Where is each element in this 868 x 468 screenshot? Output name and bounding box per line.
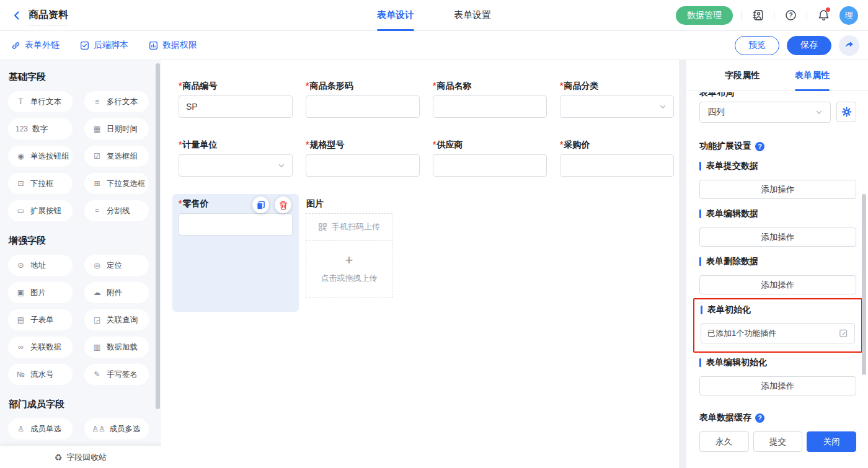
drag-upload-area[interactable]: + 点击或拖拽上传 xyxy=(306,240,392,298)
permission-icon xyxy=(149,41,158,50)
field-type-item[interactable]: ∞ 关联数据 xyxy=(8,337,73,358)
tab-form-settings[interactable]: 表单设置 xyxy=(454,0,491,31)
field-type-label: 关联查询 xyxy=(107,315,138,325)
spec-model-input[interactable] xyxy=(306,154,420,177)
cache-option-submit[interactable]: 提交 xyxy=(753,431,803,452)
field-purchase-price[interactable]: *采购价 xyxy=(554,135,679,182)
field-type-icon: ♙ xyxy=(16,425,26,433)
product-number-input[interactable] xyxy=(179,95,293,118)
field-type-item[interactable]: ☑ 复选框组 xyxy=(84,146,149,167)
panel-scrollbar[interactable] xyxy=(862,194,866,375)
scan-upload-area[interactable]: 手机扫码上传 xyxy=(306,213,392,241)
form-init-highlight-box: 表单初始化 已添加1个功能插件 xyxy=(693,298,862,353)
data-permission-link[interactable]: 数据权限 xyxy=(149,40,197,51)
backend-script-link[interactable]: 后端脚本 xyxy=(80,40,128,51)
field-type-item[interactable]: ≡ 多行文本 xyxy=(84,91,149,112)
gear-icon xyxy=(841,107,852,117)
field-type-item[interactable]: ⊞ 下拉复选框 xyxy=(84,173,149,194)
field-type-icon: ♙♙ xyxy=(92,425,105,433)
section-form-edit: 表单编辑数据 添加操作 xyxy=(699,208,856,247)
field-type-label: 关联数据 xyxy=(30,342,61,353)
field-retail-price-selected[interactable]: *零售价 xyxy=(172,194,299,312)
field-type-item[interactable]: = 分割线 xyxy=(84,200,149,221)
field-type-label: 成员单选 xyxy=(30,424,61,435)
field-type-label: 下拉框 xyxy=(30,179,54,189)
field-type-item[interactable]: ☁ 附件 xyxy=(84,282,149,303)
field-type-label: 下拉复选框 xyxy=(107,179,146,189)
sidebar-scrollbar[interactable] xyxy=(156,63,160,409)
field-recycle-bin[interactable]: ♻ 字段回收站 xyxy=(0,446,161,468)
tab-form-design[interactable]: 表单设计 xyxy=(377,0,414,31)
field-type-item[interactable]: ◉ 单选按钮组 xyxy=(8,146,73,167)
product-barcode-input[interactable] xyxy=(306,95,420,118)
product-category-select[interactable] xyxy=(560,95,674,118)
field-product-category[interactable]: *商品分类 xyxy=(554,76,679,123)
share-button[interactable] xyxy=(839,35,859,56)
help-badge-icon[interactable]: ? xyxy=(755,142,764,151)
retail-price-input[interactable] xyxy=(179,213,293,236)
contact-book-icon[interactable] xyxy=(750,7,766,24)
add-action-button-edit[interactable]: 添加操作 xyxy=(699,227,856,247)
layout-columns-select[interactable]: 四列 xyxy=(699,102,831,123)
field-type-item[interactable]: ✎ 手写签名 xyxy=(84,364,149,385)
field-type-item[interactable]: 123 数字 xyxy=(8,118,73,139)
field-type-item[interactable]: ▤ 子表单 xyxy=(8,309,73,330)
layout-settings-button[interactable] xyxy=(836,102,856,122)
back-button[interactable] xyxy=(11,10,22,21)
field-supplier[interactable]: *供应商 xyxy=(427,135,553,182)
field-type-label: 附件 xyxy=(107,288,122,298)
copy-field-button[interactable] xyxy=(252,196,269,213)
form-init-plugin-field[interactable]: 已添加1个功能插件 xyxy=(701,323,855,343)
supplier-input[interactable] xyxy=(433,154,547,177)
field-unit[interactable]: *计量单位 xyxy=(172,135,299,182)
field-type-item[interactable]: ⊙ 地址 xyxy=(8,255,73,276)
purchase-price-input[interactable] xyxy=(560,154,674,177)
field-type-item[interactable]: ♙ 成员单选 xyxy=(8,418,73,439)
tab-field-properties[interactable]: 字段属性 xyxy=(725,60,760,91)
add-action-button-edit-init[interactable]: 添加操作 xyxy=(699,376,856,395)
add-action-button-submit[interactable]: 添加操作 xyxy=(699,180,856,199)
field-type-item[interactable]: T 单行文本 xyxy=(8,91,73,112)
field-type-label: 流水号 xyxy=(30,369,54,380)
field-type-item[interactable]: ▭ 扩展按钮 xyxy=(8,200,73,221)
field-type-item[interactable]: ⊡ 下拉框 xyxy=(8,173,73,194)
field-type-item[interactable]: ♙♙ 成员多选 xyxy=(84,418,149,439)
header-tabs: 表单设计 表单设置 xyxy=(377,0,491,31)
section-title-enhanced: 增强字段 xyxy=(9,235,161,247)
form-title[interactable]: 商品资料 xyxy=(29,9,68,25)
field-type-item[interactable]: ◎ 定位 xyxy=(84,255,149,276)
cache-option-permanent[interactable]: 永久 xyxy=(699,431,749,452)
field-product-number[interactable]: *商品编号 xyxy=(172,76,299,123)
field-type-item[interactable]: ▣ 图片 xyxy=(8,282,73,303)
field-type-item[interactable]: ▥ 数据加载 xyxy=(84,337,149,358)
field-type-label: 单行文本 xyxy=(30,97,61,107)
notification-bell-icon[interactable] xyxy=(815,7,831,24)
field-type-icon: ≡ xyxy=(92,97,102,106)
cache-option-closed[interactable]: 关闭 xyxy=(807,431,856,452)
field-spec-model[interactable]: *规格型号 xyxy=(299,135,426,182)
product-name-input[interactable] xyxy=(433,95,547,118)
data-manage-button[interactable]: 数据管理 xyxy=(676,6,733,25)
field-image-upload[interactable]: 图片 手机扫码上传 + 点击或拖拽上传 xyxy=(299,194,426,312)
save-button[interactable]: 保存 xyxy=(787,36,831,55)
preview-button[interactable]: 预览 xyxy=(735,36,779,55)
add-action-button-delete[interactable]: 添加操作 xyxy=(699,275,856,294)
form-external-link[interactable]: 表单外链 xyxy=(11,40,60,51)
help-badge-icon[interactable]: ? xyxy=(755,413,764,423)
field-product-name[interactable]: *商品名称 xyxy=(427,76,553,123)
tab-form-properties[interactable]: 表单属性 xyxy=(795,60,830,91)
delete-field-button[interactable] xyxy=(275,196,291,213)
unit-select[interactable] xyxy=(179,154,293,177)
field-type-item[interactable]: № 流水号 xyxy=(8,364,73,385)
help-icon[interactable]: ? xyxy=(782,7,799,24)
field-type-label: 定位 xyxy=(107,260,122,271)
section-form-delete: 表单删除数据 添加操作 xyxy=(699,256,856,294)
field-type-item[interactable]: ▦ 日期时间 xyxy=(84,118,149,139)
chevron-down-icon xyxy=(278,162,285,169)
field-type-item[interactable]: ◲ 关联查询 xyxy=(84,309,149,330)
field-type-icon: ∞ xyxy=(16,343,26,351)
form-init-title: 表单初始化 xyxy=(707,304,751,316)
field-type-label: 数据加载 xyxy=(107,342,138,353)
field-product-barcode[interactable]: *商品条形码 xyxy=(299,76,426,123)
avatar[interactable]: 理 xyxy=(839,6,858,25)
